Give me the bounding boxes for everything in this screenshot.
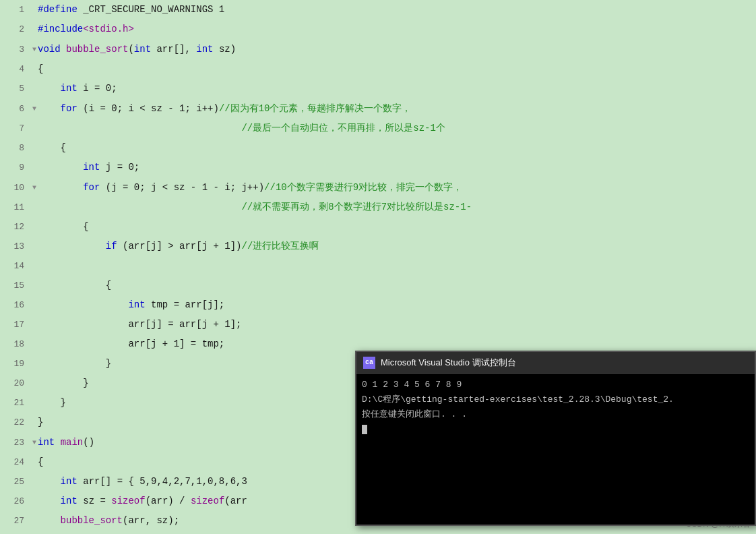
fold-arrow-3[interactable]: ▼ xyxy=(32,40,39,59)
code-line-12: 12 { xyxy=(0,217,756,237)
console-output-2: D:\C程序\getting-started-exercises\test_2.… xyxy=(362,392,749,407)
console-output-1: 0 1 2 3 4 5 6 7 8 9 xyxy=(362,378,749,392)
console-cursor xyxy=(362,425,367,434)
console-body: 0 1 2 3 4 5 6 7 8 9 D:\C程序\getting-start… xyxy=(356,374,755,525)
console-title: Microsoft Visual Studio 调试控制台 xyxy=(381,357,516,369)
console-icon: ca xyxy=(363,357,375,369)
fold-arrow-23[interactable]: ▼ xyxy=(32,433,39,452)
code-line-15: 15 { xyxy=(0,276,756,295)
console-titlebar: ca Microsoft Visual Studio 调试控制台 xyxy=(356,352,755,374)
console-window: ca Microsoft Visual Studio 调试控制台 0 1 2 3… xyxy=(355,351,756,526)
code-line-13: 13 if (arr[j] > arr[j + 1])//进行比较互换啊 xyxy=(0,237,756,256)
code-line-4: 4 { xyxy=(0,59,756,79)
code-line-14: 14 xyxy=(0,256,756,276)
code-line-1: 1 #define _CRT_SECURE_NO_WARNINGS 1 xyxy=(0,0,756,20)
code-line-11: 11 //就不需要再动，剩8个数字进行7对比较所以是sz-1- xyxy=(0,198,756,217)
fold-arrow-6[interactable]: ▼ xyxy=(32,99,39,119)
code-line-10: 10 ▼ for (j = 0; j < sz - 1 - i; j++)//1… xyxy=(0,177,756,198)
code-line-17: 17 arr[j] = arr[j + 1]; xyxy=(0,315,756,334)
fold-arrow-10[interactable]: ▼ xyxy=(32,178,39,198)
code-line-2: 2 #include<stdio.h> xyxy=(0,20,756,39)
code-line-8: 8 { xyxy=(0,138,756,158)
code-line-5: 5 int i = 0; xyxy=(0,79,756,98)
console-output-3: 按任意键关闭此窗口. . . xyxy=(362,407,749,422)
code-editor: 1 #define _CRT_SECURE_NO_WARNINGS 1 2 #i… xyxy=(0,0,756,534)
code-line-6: 6 ▼ for (i = 0; i < sz - 1; i++)//因为有10个… xyxy=(0,98,756,119)
code-line-9: 9 int j = 0; xyxy=(0,158,756,177)
console-cursor-line xyxy=(362,422,749,437)
code-line-3: 3 ▼ void bubble_sort(int arr[], int sz) xyxy=(0,39,756,59)
code-line-28: 28 int i = 0; xyxy=(0,531,756,534)
code-line-7: 7 //最后一个自动归位，不用再排，所以是sz-1个 xyxy=(0,119,756,138)
code-line-16: 16 int tmp = arr[j]; xyxy=(0,295,756,315)
